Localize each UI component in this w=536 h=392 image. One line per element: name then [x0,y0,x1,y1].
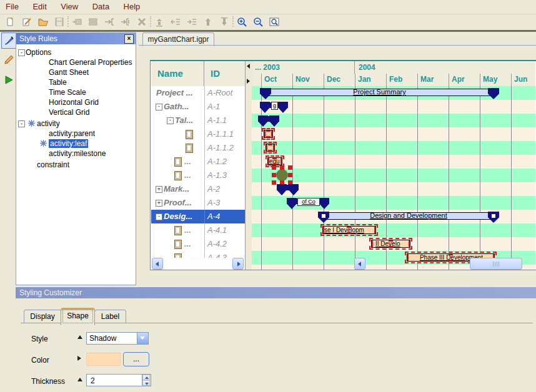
table-row[interactable]: - Tal... A-1.1 [151,114,245,128]
tab-shape[interactable]: Shape [61,308,95,325]
spinner-up-icon[interactable] [142,375,150,380]
table-row[interactable]: A-1.1.2 [151,141,245,155]
tree-item-vertical-grid[interactable]: Vertical Grid [49,108,89,117]
selection-handle[interactable] [271,132,273,136]
selection-handle[interactable] [322,228,324,232]
scroll-right-icon[interactable] [232,258,244,270]
scroll-left-icon[interactable] [354,258,365,270]
selection-handle[interactable] [267,164,269,165]
selection-handle[interactable] [288,173,292,177]
leaf-bar-phase2-selected[interactable]: II Develo [371,240,410,248]
table-row[interactable]: - Gath... A-1 [151,100,245,114]
indent-icon[interactable] [185,16,199,28]
spinner-down-icon[interactable] [142,380,150,386]
summary-bar-project[interactable]: Project Summary [260,86,499,100]
collapse-toggle-icon[interactable]: - [167,117,174,124]
selection-handle[interactable] [273,150,275,152]
link-end-icon[interactable] [119,16,132,28]
table-row[interactable]: A-1.1.1 [151,127,245,142]
table-row[interactable]: Project ... A-Root [151,86,245,100]
menu-data[interactable]: Data [87,0,115,11]
table-row[interactable]: ... A-1.3 [151,169,245,183]
table-row[interactable]: + Mark... A-2 [151,182,245,197]
insert-activities-icon[interactable] [86,16,100,28]
edit-pencil-icon[interactable] [1,52,16,67]
leaf-shape-selected[interactable] [275,169,289,182]
selection-handle[interactable] [280,159,282,164]
column-header-id[interactable]: ID [211,61,220,86]
tree-item-options[interactable]: - Options [26,48,51,57]
selection-handle[interactable] [389,246,393,248]
delete-icon[interactable] [135,16,149,28]
table-scrollbar[interactable] [151,258,245,270]
selection-handle[interactable] [449,253,453,255]
promote-icon[interactable] [152,16,166,28]
tree-item-activity-parent[interactable]: activity:parent [49,129,95,139]
tree-item-activity[interactable]: - activity [37,119,60,129]
selection-handle[interactable] [280,165,284,170]
thickness-spinner[interactable] [142,374,151,386]
tree-item-chart-general-properties[interactable]: Chart General Properties [49,58,132,67]
expand-toggle-icon[interactable]: - [18,120,25,127]
selection-handle[interactable] [347,226,351,228]
link-start-icon[interactable] [102,16,116,28]
table-row-selected[interactable]: - Desig... A-4 [151,210,245,224]
style-select[interactable]: Shadow [86,332,149,345]
zoom-out-icon[interactable] [251,16,265,28]
leaf-bar-selected[interactable]: equ [267,157,282,165]
expand-toggle-icon[interactable]: + [156,186,162,193]
selection-handle[interactable] [288,165,292,170]
tab-display[interactable]: Display [24,310,61,323]
document-tab[interactable]: myGanttChart.igpr [142,32,214,46]
insert-activity-icon[interactable] [70,16,84,28]
leaf-bar-selected[interactable] [266,144,275,152]
new-document-icon[interactable] [4,16,17,28]
close-icon[interactable]: × [124,34,134,44]
selection-handle[interactable] [409,242,410,246]
splitter-right-icon[interactable] [247,79,250,84]
selection-handle[interactable] [347,232,351,234]
selection-handle[interactable] [266,145,267,150]
tree-item-table[interactable]: Table [49,78,67,87]
menu-help[interactable]: Help [118,0,146,11]
collapsed-parent-bar-proof[interactable]: of Co [287,196,329,210]
selection-handle[interactable] [272,157,277,159]
zoom-in-icon[interactable] [235,16,249,28]
selection-handle[interactable] [266,130,270,132]
run-icon[interactable] [1,72,16,87]
collapsed-parent-bar-talk[interactable] [258,114,279,127]
column-header-name[interactable]: Name [157,61,183,86]
selection-handle[interactable] [268,144,272,145]
table-row[interactable]: ... A-1.2 [151,155,245,169]
tree-item-activity-milestone[interactable]: activity:milestone [49,149,106,159]
collapsed-parent-bar-gather[interactable]: g [260,100,288,114]
splitter-left-icon[interactable] [247,64,250,69]
color-swatch[interactable] [86,353,121,366]
selection-handle[interactable] [273,145,275,150]
selection-handle[interactable] [371,242,373,246]
chart-scrollbar[interactable] [354,258,535,270]
scroll-left-icon[interactable] [152,258,163,270]
menu-edit[interactable]: Edit [27,0,52,11]
selection-handle[interactable] [264,132,266,136]
selection-handle[interactable] [374,232,376,234]
collapsed-parent-bar-marketing[interactable] [277,182,299,196]
leaf-bar-selected[interactable] [264,130,273,138]
move-down-icon[interactable] [217,16,231,28]
tree-item-gantt-sheet[interactable]: Gantt Sheet [49,68,89,77]
selection-handle[interactable] [267,159,269,164]
color-browse-button[interactable]: ... [123,352,149,366]
tree-item-horizontal-grid[interactable]: Horizontal Grid [49,98,99,107]
selection-handle[interactable] [371,246,373,248]
expand-toggle-icon[interactable]: + [156,200,162,207]
outdent-icon[interactable] [169,16,182,28]
selection-handle[interactable] [409,246,410,248]
tree-item-activity-leaf[interactable]: activity:leaf [49,139,88,149]
selection-handle[interactable] [266,136,270,138]
tab-label[interactable]: Label [94,310,126,323]
tree-item-constraint[interactable]: constraint [37,160,69,170]
chevron-down-icon[interactable] [137,333,148,344]
selection-handle[interactable] [268,150,272,152]
zoom-window-icon[interactable] [267,16,281,28]
selection-handle[interactable] [322,232,324,234]
